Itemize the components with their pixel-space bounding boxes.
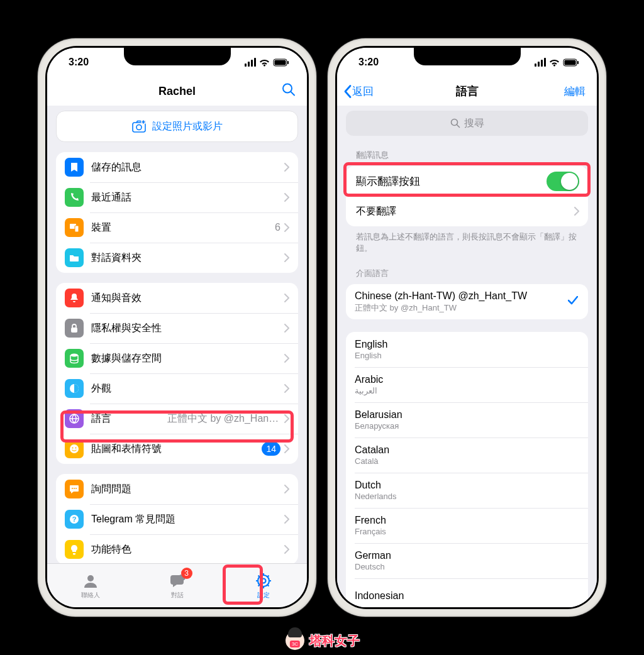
language-name: German [355,550,579,561]
language-row[interactable]: DutchNederlands [346,473,588,508]
settings-gear-icon [255,572,272,590]
row-label: 對話資料夾 [91,251,284,265]
notch [414,48,521,65]
settings-row-appearance[interactable]: 外觀 [56,373,298,404]
settings-row-folder[interactable]: 對話資料夾 [56,243,298,273]
settings-row-data[interactable]: 數據與儲存空間 [56,343,298,373]
svg-rect-2 [287,61,289,64]
back-button[interactable]: 返回 [343,84,374,99]
current-language-name: Chinese (zh-Hant-TW) @zh_Hant_TW [355,290,579,302]
svg-line-4 [291,92,295,96]
cellular-icon [535,58,546,67]
settings-row-globe[interactable]: 語言正體中文 by @zh_Hant_TW [56,404,298,434]
battery-icon [563,58,579,67]
settings-row-phone[interactable]: 最近通話 [56,182,298,212]
language-row[interactable]: Indonesian [346,578,588,607]
tab-contacts-label: 聯絡人 [81,591,100,600]
svg-line-31 [268,585,269,586]
row-label: 通知與音效 [91,292,284,305]
dont-translate-label: 不要翻譯 [356,205,574,218]
section-header-ui-lang: 介面語言 [356,268,578,279]
settings-row-chat[interactable]: 詢問問題 [56,474,298,504]
settings-row-sticker[interactable]: 貼圖和表情符號14 [56,434,298,464]
settings-row-devices[interactable]: 裝置6 [56,212,298,243]
status-time: 3:20 [358,57,379,68]
row-label: 語言 [91,412,167,426]
svg-line-33 [258,585,260,586]
page-title: 語言 [456,84,479,99]
tab-chats[interactable]: 3 對話 [134,564,221,607]
chevron-right-icon [284,253,289,262]
language-native: Deutsch [355,562,579,571]
tab-contacts[interactable]: 聯絡人 [47,564,134,607]
show-translate-toggle[interactable] [547,172,579,191]
nav-bar: 返回 語言 編輯 [337,77,597,106]
svg-text:?: ? [72,515,77,523]
search-button[interactable] [282,83,296,100]
language-native: Беларуская [355,421,579,431]
language-row[interactable]: FrenchFrançais [346,508,588,543]
language-name: Arabic [355,374,579,385]
checkmark-icon [568,296,578,307]
edit-button[interactable]: 編輯 [564,84,586,99]
language-row[interactable]: BelarusianБеларуская [346,402,588,438]
chevron-right-icon [284,324,289,333]
bell-icon [65,289,84,307]
chats-badge: 3 [181,568,192,579]
language-row[interactable]: EnglishEnglish [346,332,588,367]
section-header-translate: 翻譯訊息 [356,150,578,161]
row-label: 數據與儲存空間 [91,352,284,365]
search-input[interactable]: 搜尋 [346,111,588,136]
settings-row-bell[interactable]: 通知與音效 [56,283,298,313]
watermark: 塔科女子 [284,630,360,651]
chevron-right-icon [284,193,289,202]
chevron-right-icon [284,444,289,453]
current-language-row[interactable]: Chinese (zh-Hant-TW) @zh_Hant_TW 正體中文 by… [346,284,588,319]
chat-icon [65,480,84,498]
chevron-right-icon [574,207,579,216]
svg-rect-10 [71,328,77,333]
row-value: 6 [275,222,280,233]
language-native: Nederlands [355,492,579,501]
page-title: Rachel [158,85,196,98]
language-row[interactable]: Arabicالعربية [346,367,588,402]
set-photo-button[interactable]: 設定照片或影片 [56,111,298,142]
current-language-native: 正體中文 by @zh_Hant_TW [355,302,579,314]
settings-row-faq[interactable]: ?Telegram 常見問題 [56,504,298,534]
language-native: Català [355,456,579,466]
appearance-icon [65,379,84,398]
svg-line-30 [258,575,260,576]
svg-point-24 [258,575,269,586]
row-label: 最近通話 [91,191,284,204]
phone-left: 3:20 Rachel 設定照片或影片 儲存的訊息最近通話裝置6對話資料夾通知與… [38,38,316,617]
globe-icon [65,409,84,428]
show-translate-row[interactable]: 顯示翻譯按鈕 [346,166,588,196]
tab-bar: 聯絡人 3 對話 設定 [47,563,307,607]
language-row[interactable]: CatalanCatalà [346,438,588,473]
back-label: 返回 [352,84,374,99]
mascot-icon [284,630,306,651]
language-name: French [355,515,579,526]
row-badge: 14 [262,442,280,456]
svg-point-16 [75,448,77,449]
wifi-icon [549,58,560,67]
row-label: 裝置 [91,221,275,234]
language-content: 搜尋 翻譯訊息 顯示翻譯按鈕 不要翻譯 若訊息為上述不翻譯的語言，則長按訊息不會… [337,106,597,607]
row-value: 正體中文 by @zh_Hant_TW [167,412,280,426]
row-label: 儲存的訊息 [91,161,284,174]
language-row[interactable]: GermanDeutsch [346,543,588,578]
camera-plus-icon [132,120,146,133]
chevron-right-icon [284,354,289,363]
chevron-right-icon [284,163,289,172]
cellular-icon [245,58,256,67]
language-name: Belarusian [355,409,579,421]
battery-icon [273,58,289,67]
dont-translate-row[interactable]: 不要翻譯 [346,196,588,226]
chevron-left-icon [343,84,352,98]
data-icon [65,349,84,368]
tab-settings[interactable]: 設定 [220,564,307,607]
chevron-right-icon [284,414,289,423]
settings-row-bulb[interactable]: 功能特色 [56,534,298,563]
settings-row-bookmark[interactable]: 儲存的訊息 [56,152,298,182]
settings-row-lock[interactable]: 隱私權與安全性 [56,313,298,343]
